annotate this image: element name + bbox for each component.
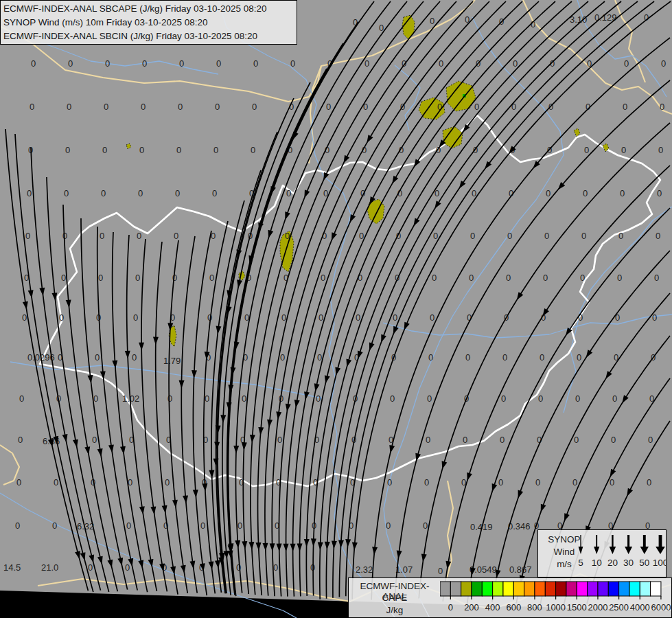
station-value: 0: [65, 145, 70, 155]
station-value: 0: [19, 393, 24, 404]
station-value: 0: [427, 393, 432, 404]
cape-tick-label: 600: [506, 602, 521, 613]
station-value: 0: [501, 393, 506, 404]
station-value: 0: [469, 273, 474, 283]
station-value: 0: [572, 477, 577, 488]
station-value: 0: [277, 435, 282, 445]
station-value: 0: [535, 477, 540, 488]
station-value: 0: [575, 393, 580, 404]
station-value: 0: [618, 231, 623, 241]
title-line-sbcape: ECMWF-INDEX-ANAL SBCAPE (J/kg) Friday 03…: [3, 2, 294, 16]
station-value: 0: [360, 188, 365, 198]
station-value: 0: [93, 393, 98, 404]
station-value: 0: [137, 231, 141, 241]
wind-arrow-scale: 510203050100: [538, 530, 666, 577]
cape-tick-label: 200: [464, 602, 479, 613]
station-value: 0: [326, 102, 331, 112]
cape-tick-label: 2000: [588, 602, 607, 613]
station-value: 0: [506, 273, 511, 283]
station-value: 0: [648, 435, 653, 445]
station-value: 0: [584, 145, 589, 155]
station-value: 0: [428, 352, 433, 363]
station-value: 0: [433, 231, 438, 241]
cape-swatch: [598, 582, 608, 596]
station-value: 0: [364, 58, 369, 69]
station-value: 0: [623, 102, 627, 112]
station-value: 0: [286, 188, 291, 198]
station-value: 0: [647, 477, 651, 488]
station-value: 0: [52, 520, 57, 531]
station-value: 0: [61, 273, 66, 283]
station-value: 0: [92, 435, 97, 445]
station-value: 0: [396, 231, 401, 241]
cape-swatch: [440, 582, 450, 596]
station-value: 0: [133, 312, 138, 323]
station-value: 0: [68, 58, 73, 69]
cape-swatch: [482, 582, 492, 596]
station-value: 14.5: [3, 562, 21, 573]
station-value: 0: [139, 145, 144, 155]
station-value: 0: [624, 58, 629, 69]
station-value: 0: [200, 520, 205, 531]
station-value: 0: [538, 393, 543, 404]
station-value: 0: [395, 273, 399, 283]
station-value: 0: [135, 273, 140, 283]
station-value: 0: [64, 188, 69, 198]
station-value: 0: [167, 393, 172, 404]
cape-tick-label: 1000: [546, 602, 566, 613]
station-value: 0: [16, 477, 21, 488]
station-value: 0: [544, 231, 549, 241]
station-value: 0: [88, 562, 93, 573]
station-value: 0: [242, 393, 246, 404]
wind-speed-label: 20: [607, 558, 618, 568]
title-line-wind: SYNOP Wind (m/s) 10m Friday 03-10-2025 0…: [3, 16, 294, 30]
station-value: 0: [138, 188, 143, 198]
station-value: 0: [25, 231, 30, 241]
station-value: 0: [430, 312, 435, 323]
cape-color-bar: 0200400600800100015002000250040006000: [440, 580, 672, 616]
cape-tick-label: 4000: [630, 602, 650, 613]
weather-map: 3.100.12900.02961.791.026.366.320.4190.3…: [0, 0, 672, 618]
station-value: 0: [463, 435, 467, 445]
station-value: 0: [98, 273, 103, 283]
station-value: 0: [22, 312, 27, 323]
station-value: 0: [273, 562, 278, 573]
station-value: 0: [280, 352, 285, 363]
station-value: 0: [209, 273, 214, 283]
station-value: 0: [574, 435, 579, 445]
station-value: 0: [656, 231, 660, 241]
station-value: 0: [30, 102, 34, 112]
cape-swatch: [535, 582, 545, 596]
station-value: 0.346: [508, 521, 531, 531]
cape-color-legend: ECMWF-INDEX-ANAL CAPE J/kg 0200400600800…: [348, 577, 672, 618]
weather-map-viewport: 3.100.12900.02961.791.026.366.320.4190.3…: [0, 0, 672, 618]
wind-arrow-icon: [640, 547, 649, 554]
station-value: 0: [424, 477, 429, 488]
station-value: 0: [439, 58, 443, 69]
cape-legend-unit: J/kg: [349, 605, 441, 615]
wind-arrow-icon: [656, 547, 665, 554]
station-value: 21.0: [41, 562, 58, 573]
cape-swatch: [608, 582, 618, 596]
station-value: 0: [178, 102, 183, 112]
station-value: 0: [430, 16, 435, 26]
cape-swatch: [566, 582, 577, 596]
station-value: 0: [290, 58, 295, 69]
cape-tick-label: 1500: [567, 602, 587, 613]
cape-swatch: [629, 582, 640, 596]
wind-speed-label: 10: [592, 558, 602, 568]
station-value: 0: [657, 188, 662, 198]
station-value: 0: [658, 145, 663, 155]
cape-swatch: [577, 582, 587, 596]
station-value: 0: [215, 102, 220, 112]
station-value: 0: [179, 58, 184, 69]
station-value: 0: [661, 58, 666, 69]
station-value: 0: [500, 435, 505, 445]
station-value: 0: [543, 273, 548, 283]
wind-arrow-icon: [579, 547, 583, 554]
wind-arrow-icon: [625, 547, 632, 554]
station-value: 0: [31, 58, 36, 69]
title-panel: ECMWF-INDEX-ANAL SBCAPE (J/kg) Friday 03…: [0, 0, 297, 45]
station-value: 0: [54, 477, 58, 488]
station-value: 0: [438, 566, 443, 576]
